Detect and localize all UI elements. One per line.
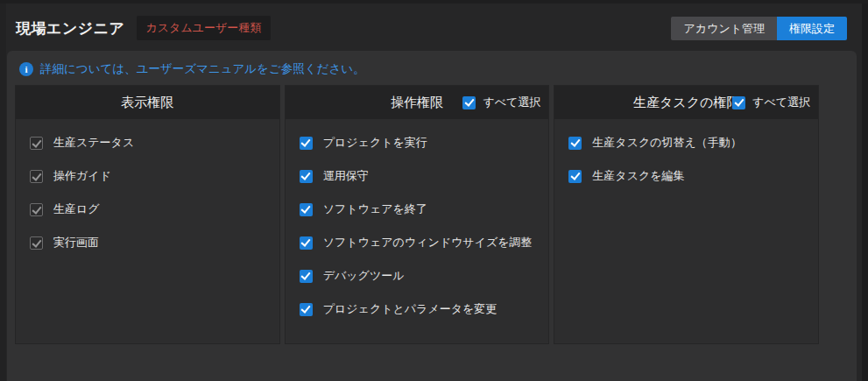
select-all-label: すべて選択 — [483, 95, 540, 110]
tab-permission-settings[interactable]: 権限設定 — [777, 17, 847, 40]
info-banner: i 詳細については、ユーザーズマニュアルをご参照ください。 — [19, 60, 844, 79]
window-top-edge — [0, 0, 868, 4]
select-all-label: すべて選択 — [752, 95, 810, 110]
permissions-panel: i 詳細については、ユーザーズマニュアルをご参照ください。 表示権限 生産ステー… — [7, 51, 857, 381]
select-all-checkbox[interactable] — [462, 96, 476, 109]
permission-row: ソフトウェアを終了 — [286, 193, 549, 226]
permission-checkbox[interactable] — [300, 236, 313, 250]
column-title: 操作権限 — [391, 95, 443, 111]
select-all-control[interactable]: すべて選択 — [732, 86, 810, 119]
permission-label: 生産タスクを編集 — [592, 168, 684, 184]
column-display-permissions: 表示権限 生産ステータス 操作ガイド 生産ログ 実行画面 — [15, 85, 280, 344]
permission-label: ソフトウェアのウィンドウサイズを調整 — [323, 235, 533, 250]
tab-group: アカウント管理 権限設定 — [671, 17, 847, 40]
tab-account-management[interactable]: アカウント管理 — [671, 17, 777, 40]
info-text: 詳細については、ユーザーズマニュアルをご参照ください。 — [40, 61, 365, 77]
permission-checkbox[interactable] — [300, 270, 313, 283]
permission-checkbox[interactable] — [300, 203, 313, 216]
custom-user-type-badge: カスタムユーザー種類 — [137, 16, 272, 40]
select-all-checkbox[interactable] — [732, 96, 745, 109]
permission-row: 生産ログ — [16, 193, 279, 226]
permission-row: ソフトウェアのウィンドウサイズを調整 — [286, 226, 549, 259]
permission-label: 運用保守 — [323, 168, 369, 184]
permission-label: 生産ステータス — [53, 135, 134, 151]
permission-row: 運用保守 — [286, 159, 549, 193]
window-right-edge — [862, 0, 868, 381]
permission-columns: 表示権限 生産ステータス 操作ガイド 生産ログ 実行画面 — [15, 85, 819, 344]
page-title: 現場エンジニア — [16, 18, 125, 39]
permission-checkbox[interactable] — [568, 137, 582, 150]
column-display-permissions-header: 表示権限 — [16, 86, 279, 119]
column-title: 表示権限 — [121, 95, 173, 111]
top-bar: 現場エンジニア カスタムユーザー種類 アカウント管理 権限設定 — [16, 12, 847, 44]
permission-row: 生産ステータス — [16, 126, 279, 159]
permission-label: プロジェクトを実行 — [323, 135, 427, 151]
column-operation-permissions-header: 操作権限 すべて選択 — [286, 86, 549, 119]
permission-row: 生産タスクの切替え（手動） — [554, 126, 818, 159]
column-production-task-permissions: 生産タスクの権限 すべて選択 生産タスクの切替え（手動） 生産タスクを編集 — [554, 85, 819, 344]
permission-label: 生産タスクの切替え（手動） — [592, 135, 742, 151]
permission-checkbox[interactable] — [300, 170, 313, 183]
permission-row: プロジェクトとパラメータを変更 — [286, 293, 549, 326]
column-body: プロジェクトを実行 運用保守 ソフトウェアを終了 ソフトウェアのウィンドウサイズ… — [286, 119, 549, 326]
permission-row: プロジェクトを実行 — [286, 126, 549, 159]
permission-checkbox — [30, 203, 43, 216]
select-all-control[interactable]: すべて選択 — [462, 86, 540, 119]
permission-checkbox[interactable] — [300, 137, 313, 150]
permission-row: デバッグツール — [286, 259, 549, 293]
permission-row: 生産タスクを編集 — [554, 159, 818, 193]
column-body: 生産ステータス 操作ガイド 生産ログ 実行画面 — [16, 119, 279, 259]
permission-label: 実行画面 — [53, 235, 99, 250]
permission-checkbox — [30, 236, 43, 250]
permission-label: プロジェクトとパラメータを変更 — [323, 301, 498, 317]
permission-label: デバッグツール — [323, 268, 405, 284]
permission-label: ソフトウェアを終了 — [323, 201, 427, 217]
column-operation-permissions: 操作権限 すべて選択 プロジェクトを実行 運用保守 ソフトウェアを終了 — [285, 85, 550, 344]
permission-label: 生産ログ — [53, 201, 100, 217]
permission-row: 実行画面 — [16, 226, 279, 259]
info-icon: i — [19, 62, 33, 76]
column-body: 生産タスクの切替え（手動） 生産タスクを編集 — [554, 119, 818, 193]
permission-row: 操作ガイド — [16, 159, 279, 193]
window-left-edge — [0, 0, 6, 381]
column-title: 生産タスクの権限 — [633, 95, 739, 111]
permission-label: 操作ガイド — [53, 168, 111, 184]
permission-checkbox — [30, 137, 43, 150]
permission-checkbox — [30, 170, 43, 183]
permission-checkbox[interactable] — [300, 303, 313, 316]
permission-checkbox[interactable] — [568, 170, 582, 183]
column-production-task-permissions-header: 生産タスクの権限 すべて選択 — [554, 86, 818, 119]
